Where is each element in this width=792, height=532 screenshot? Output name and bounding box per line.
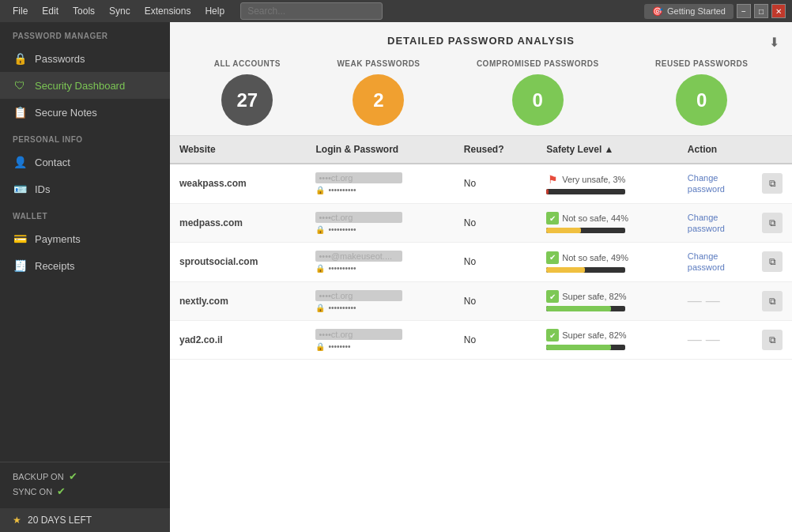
menu-bar: File Edit Tools Sync Extensions Help 🎯 G… <box>0 0 792 22</box>
sidebar: PASSWORD MANAGER 🔒 Passwords 🛡 Security … <box>0 22 170 532</box>
sidebar-item-secure-notes[interactable]: 📋 Secure Notes <box>0 99 170 126</box>
cell-safety-4: ✔ Super safe, 82% <box>537 320 678 359</box>
minimize-button[interactable]: − <box>737 4 751 18</box>
trial-label: 20 DAYS LEFT <box>28 515 92 526</box>
masked-email-1: ••••ct.org <box>315 212 402 223</box>
lock-icon-4: 🔒 <box>315 342 325 351</box>
change-password-button[interactable]: Changepassword <box>688 172 725 195</box>
analysis-title: DETAILED PASSWORD ANALYSIS <box>186 35 776 47</box>
stat-weak-passwords: WEAK PASSWORDS 2 <box>337 59 420 126</box>
download-button[interactable]: ⬇ <box>769 35 779 50</box>
cell-reused-0: No <box>454 164 537 203</box>
cell-login-1: ••••ct.org 🔒 •••••••••• <box>306 203 454 243</box>
passwords-data-table: Website Login & Password Reused? Safety … <box>170 136 792 360</box>
sidebar-item-payments[interactable]: 💳 Payments <box>0 225 170 252</box>
lock-icon-0: 🔒 <box>315 186 325 194</box>
sidebar-section-password-manager: PASSWORD MANAGER <box>0 22 170 45</box>
menu-extensions[interactable]: Extensions <box>138 2 198 20</box>
trial-bar[interactable]: ★ 20 DAYS LEFT <box>0 508 170 532</box>
sidebar-item-receipts[interactable]: 🧾 Receipts <box>0 252 170 279</box>
lock-icon-2: 🔒 <box>315 264 325 273</box>
getting-started-button[interactable]: 🎯 Getting Started <box>644 4 734 19</box>
table-row: sproutsocial.com ••••@makeuseot.... 🔒 ••… <box>170 243 792 282</box>
change-password-button[interactable]: Changepassword <box>688 251 725 274</box>
sidebar-item-contact[interactable]: 👤 Contact <box>0 149 170 175</box>
table-header-row: Website Login & Password Reused? Safety … <box>170 136 792 164</box>
password-row-2: 🔒 •••••••••• <box>315 264 444 273</box>
masked-password-4: •••••••• <box>328 342 350 351</box>
safety-text-2: Not so safe, 49% <box>562 253 628 262</box>
sidebar-section-wallet: WALLET <box>0 202 170 225</box>
col-header-reused: Reused? <box>454 136 537 164</box>
stat-label-compromised: COMPROMISED PASSWORDS <box>477 59 599 68</box>
cell-login-4: ••••ct.org 🔒 •••••••• <box>306 320 454 359</box>
cell-safety-1: ✔ Not so safe, 44% <box>537 203 678 243</box>
cell-action-0: Changepassword ⧉ <box>678 164 792 203</box>
content-area: DETAILED PASSWORD ANALYSIS ⬇ ALL ACCOUNT… <box>170 22 792 532</box>
col-header-login: Login & Password <box>306 136 454 164</box>
safety-bar-fill-1 <box>546 228 581 233</box>
password-row-4: 🔒 •••••••• <box>315 342 444 351</box>
sidebar-label-secure-notes: Secure Notes <box>35 107 97 119</box>
col-header-safety[interactable]: Safety Level ▲ <box>537 136 678 164</box>
copy-button[interactable]: ⧉ <box>762 251 783 272</box>
stat-circle-all: 27 <box>221 74 273 126</box>
cell-action-4: — — ⧉ <box>678 320 792 359</box>
cell-action-1: Changepassword ⧉ <box>678 203 792 243</box>
table-row: medpass.com ••••ct.org 🔒 •••••••••• No ✔… <box>170 203 792 243</box>
menu-tools[interactable]: Tools <box>66 2 101 20</box>
search-input[interactable] <box>240 2 383 20</box>
copy-button[interactable]: ⧉ <box>762 330 783 350</box>
sync-label: SYNC ON <box>13 487 52 496</box>
close-button[interactable]: ✕ <box>771 4 786 18</box>
stat-compromised: COMPROMISED PASSWORDS 0 <box>477 59 599 126</box>
sidebar-label-passwords: Passwords <box>35 53 85 65</box>
sidebar-label-ids: IDs <box>35 183 51 195</box>
lock-icon-1: 🔒 <box>315 225 325 234</box>
contact-icon: 👤 <box>13 155 27 169</box>
menu-sync[interactable]: Sync <box>103 2 137 20</box>
sidebar-item-passwords[interactable]: 🔒 Passwords <box>0 45 170 72</box>
lock-icon-3: 🔒 <box>315 304 325 312</box>
sidebar-item-security-dashboard[interactable]: 🛡 Security Dashboard <box>0 72 170 99</box>
copy-button[interactable]: ⧉ <box>762 173 783 194</box>
menu-help[interactable]: Help <box>198 2 231 20</box>
cell-login-0: ••••ct.org 🔒 •••••••••• <box>306 164 454 203</box>
copy-button[interactable]: ⧉ <box>762 291 783 311</box>
menu-file[interactable]: File <box>6 2 34 20</box>
table-row: yad2.co.il ••••ct.org 🔒 •••••••• No ✔ Su… <box>170 320 792 359</box>
masked-email-3: ••••ct.org <box>315 290 402 301</box>
cell-website-4: yad2.co.il <box>170 320 306 359</box>
cell-reused-2: No <box>454 243 537 282</box>
cell-action-3: — — ⧉ <box>678 281 792 320</box>
flag-icon: ⚑ <box>546 173 559 186</box>
masked-password-2: •••••••••• <box>328 264 356 273</box>
stat-circle-weak: 2 <box>353 74 404 126</box>
sidebar-item-ids[interactable]: 🪪 IDs <box>0 175 170 202</box>
stat-circle-compromised: 0 <box>512 74 564 126</box>
masked-email-2: ••••@makeuseot.... <box>315 251 402 262</box>
sidebar-label-receipts: Receipts <box>35 260 75 272</box>
masked-password-3: •••••••••• <box>328 304 356 312</box>
getting-started-label: Getting Started <box>667 6 726 16</box>
sync-check-icon: ✔ <box>57 485 66 497</box>
cell-safety-0: ⚑ Very unsafe, 3% <box>537 164 678 203</box>
maximize-button[interactable]: □ <box>754 4 768 18</box>
masked-password-1: •••••••••• <box>328 225 356 234</box>
sidebar-section-personal-info: PERSONAL INFO <box>0 126 170 149</box>
copy-button[interactable]: ⧉ <box>762 213 783 233</box>
stat-circle-reused: 0 <box>676 74 727 126</box>
cell-website-1: medpass.com <box>170 203 306 243</box>
password-row-0: 🔒 •••••••••• <box>315 186 444 194</box>
analysis-header: DETAILED PASSWORD ANALYSIS ⬇ ALL ACCOUNT… <box>170 22 792 136</box>
backup-label: BACKUP ON <box>13 472 64 481</box>
safety-text-0: Very unsafe, 3% <box>562 175 625 184</box>
masked-email-0: ••••ct.org <box>315 172 402 183</box>
menu-edit[interactable]: Edit <box>36 2 65 20</box>
col-header-website: Website <box>170 136 306 164</box>
window-controls: 🎯 Getting Started − □ ✕ <box>644 4 786 19</box>
safety-bar-bg-2 <box>546 267 625 273</box>
change-password-button[interactable]: Changepassword <box>688 212 725 235</box>
safety-text-1: Not so safe, 44% <box>562 213 628 223</box>
masked-password-0: •••••••••• <box>328 186 356 194</box>
